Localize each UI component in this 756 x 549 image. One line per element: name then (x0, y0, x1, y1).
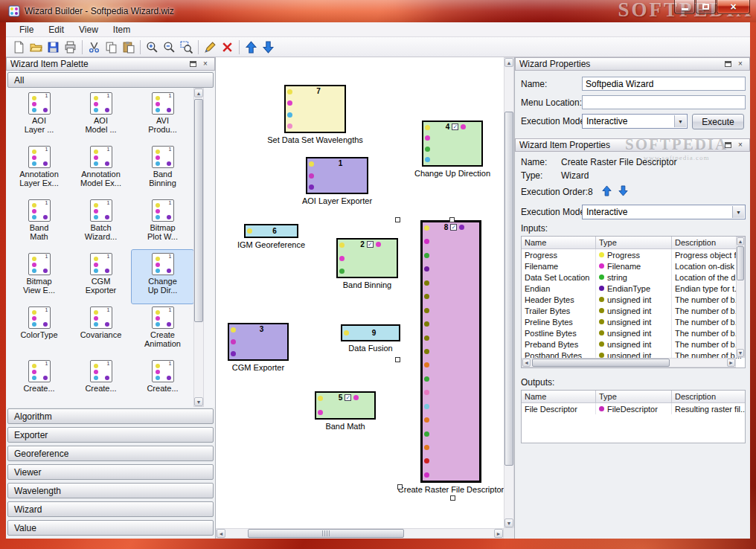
table-row[interactable]: File DescriptorFileDescriptorResulting r… (522, 403, 745, 414)
move-down-icon[interactable] (618, 185, 630, 197)
minimize-button[interactable] (674, 0, 695, 14)
scroll-down-icon[interactable]: ▼ (504, 518, 513, 527)
zoom-out-button[interactable] (161, 39, 178, 56)
palette-item-band[interactable]: 1BandBinning (132, 143, 193, 196)
node-igm-georeference[interactable]: 6 (244, 224, 298, 238)
menu-item[interactable]: Item (106, 23, 138, 36)
cut-button[interactable] (86, 39, 103, 56)
connection-handle[interactable] (395, 217, 400, 222)
connection-handle[interactable] (450, 495, 455, 501)
palette-item-annotation[interactable]: 1AnnotationModel Ex... (70, 143, 132, 196)
connection-handle[interactable] (397, 484, 403, 489)
table-row[interactable]: Preband Bytesunsigned intThe number of b… (522, 338, 745, 350)
palette-item-annotation[interactable]: 1AnnotationLayer Ex... (8, 143, 70, 196)
title-bar[interactable]: SOFTPEDIA Wizard Builder - Softpedia Wiz… (0, 0, 756, 22)
node-set-data-set-wavelengths[interactable]: 7 (284, 85, 346, 133)
inputs-horizontal-scrollbar[interactable]: ◄ ► (522, 358, 736, 367)
canvas-vscroll-thumb[interactable] (504, 112, 513, 466)
canvas-vertical-scrollbar[interactable]: ▲ ▼ (504, 57, 514, 528)
connection-handle[interactable] (449, 217, 455, 222)
category-value[interactable]: Value (7, 520, 214, 536)
move-up-icon[interactable] (601, 185, 613, 197)
inputs-vertical-scrollbar[interactable]: ▲ ▼ (736, 237, 745, 358)
palette-item-covariance[interactable]: 1Covariance (70, 304, 132, 357)
close-button[interactable]: × (717, 0, 750, 14)
node-create-raster-file-descriptor[interactable]: 8✓ (420, 220, 481, 483)
print-button[interactable] (62, 39, 79, 56)
new-document-button[interactable] (10, 39, 28, 56)
node-band-binning[interactable]: 2✓ (336, 238, 398, 278)
menu-location-input[interactable] (582, 95, 746, 109)
menu-file[interactable]: File (12, 23, 41, 36)
column-header-description[interactable]: Description (672, 391, 745, 402)
save-button[interactable] (45, 39, 62, 56)
category-georeference[interactable]: Georeference (7, 446, 214, 461)
wizard-name-input[interactable] (582, 77, 746, 91)
palette-item-create[interactable]: 1Create... (132, 357, 193, 407)
table-row[interactable]: FilenameFilenameLocation on-disk f... (522, 260, 745, 272)
scroll-down-icon[interactable]: ▼ (737, 349, 744, 357)
palette-item-create[interactable]: 1Create... (8, 357, 70, 407)
zoom-extent-button[interactable] (178, 39, 195, 56)
copy-button[interactable] (103, 39, 120, 56)
table-row[interactable]: ProgressProgressProgress object f... (522, 249, 745, 260)
table-row[interactable]: EndianEndianTypeEndian type for t... (522, 283, 745, 294)
node-aoi-layer-exporter[interactable]: 1 (306, 157, 368, 194)
palette-item-create[interactable]: 1Create... (70, 357, 132, 407)
palette-item-aoi[interactable]: 1AOIModel ... (70, 89, 132, 143)
scroll-up-icon[interactable]: ▲ (194, 89, 203, 97)
table-row[interactable]: Trailer Bytesunsigned intThe number of b… (522, 305, 745, 316)
inputs-hscroll-thumb[interactable] (532, 359, 670, 367)
menu-edit[interactable]: Edit (41, 23, 71, 36)
palette-item-batch[interactable]: 1BatchWizard... (70, 196, 132, 250)
column-header-description[interactable]: Description (672, 237, 745, 248)
scroll-right-icon[interactable]: ► (494, 529, 503, 538)
node-band-math[interactable]: 5✓ (315, 391, 376, 420)
maximize-button[interactable] (696, 0, 716, 14)
close-panel-icon[interactable]: × (735, 60, 746, 69)
canvas-horizontal-scrollbar[interactable]: ◄ ► (216, 528, 504, 539)
table-row[interactable]: Postline Bytesunsigned intThe number of … (522, 327, 745, 338)
category-viewer[interactable]: Viewer (7, 464, 214, 480)
category-wizard[interactable]: Wizard (7, 501, 214, 517)
palette-item-create[interactable]: 1CreateAnimation (132, 304, 193, 357)
draw-connection-button[interactable] (202, 39, 219, 56)
delete-item-button[interactable] (219, 39, 236, 56)
palette-item-band[interactable]: 1BandMath (8, 196, 70, 250)
scroll-left-icon[interactable]: ◄ (522, 359, 531, 367)
canvas-content[interactable]: 7Set Data Set Wavelengths4✓Change Up Dir… (216, 57, 504, 528)
menu-view[interactable]: View (71, 23, 106, 36)
execute-button[interactable]: Execute (692, 114, 744, 129)
open-file-button[interactable] (28, 39, 45, 56)
connection-handle[interactable] (395, 357, 400, 362)
palette-scrollbar[interactable]: ▲ ▼ (193, 88, 204, 407)
palette-item-bitmap[interactable]: 1BitmapView E... (8, 250, 70, 304)
category-all-bar[interactable]: All (7, 72, 214, 88)
execution-mode-dropdown[interactable]: Interactive ▼ (582, 114, 688, 129)
column-header-name[interactable]: Name (522, 391, 596, 402)
palette-item-change[interactable]: 1ChangeUp Dir... (132, 250, 193, 304)
column-header-name[interactable]: Name (522, 237, 596, 248)
zoom-in-button[interactable] (144, 39, 161, 56)
palette-item-bitmap[interactable]: 1BitmapPlot W... (132, 196, 193, 250)
table-row[interactable]: Preline Bytesunsigned intThe number of b… (522, 316, 745, 327)
palette-item-avi[interactable]: 1AVIProdu... (132, 89, 193, 143)
inputs-vscroll-thumb[interactable] (737, 246, 744, 280)
scroll-left-icon[interactable]: ◄ (217, 529, 225, 538)
close-panel-icon[interactable]: × (735, 141, 746, 150)
category-exporter[interactable]: Exporter (7, 427, 214, 443)
paste-button[interactable] (120, 39, 137, 56)
table-row[interactable]: Data Set LocationstringLocation of the d… (522, 272, 745, 283)
palette-scroll-thumb[interactable] (194, 99, 203, 322)
float-panel-icon[interactable] (188, 60, 198, 69)
node-data-fusion[interactable]: 9 (341, 324, 400, 341)
category-algorithm[interactable]: Algorithm (7, 408, 214, 424)
scroll-up-icon[interactable]: ▲ (737, 237, 744, 245)
close-panel-icon[interactable]: × (200, 60, 211, 69)
column-header-type[interactable]: Type (596, 237, 672, 248)
column-header-type[interactable]: Type (596, 391, 672, 402)
table-row[interactable]: Header Bytesunsigned intThe number of b.… (522, 294, 745, 305)
node-cgm-exporter[interactable]: 3 (228, 323, 289, 361)
palette-item-cgm[interactable]: 1CGMExporter (70, 250, 132, 304)
node-change-up-direction[interactable]: 4✓ (422, 121, 483, 167)
